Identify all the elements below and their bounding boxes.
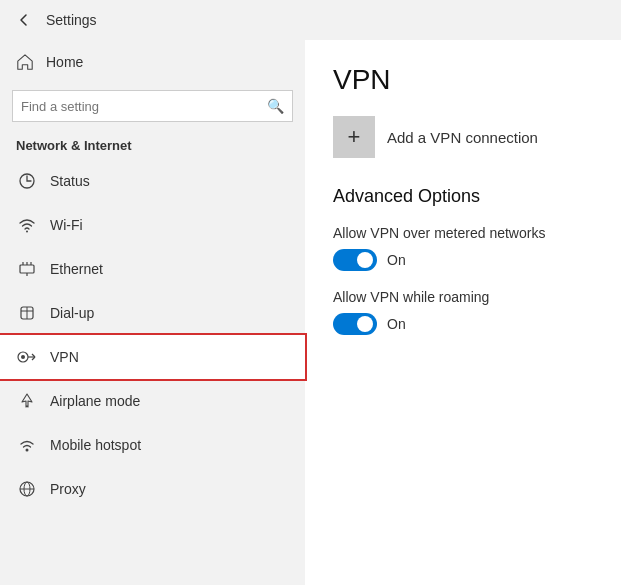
toggle-metered-label: Allow VPN over metered networks (333, 225, 593, 241)
ethernet-icon (16, 258, 38, 280)
svg-point-1 (26, 231, 28, 233)
sidebar-item-ethernet[interactable]: Ethernet (0, 247, 305, 291)
toggle-roaming-switch[interactable] (333, 313, 377, 335)
back-button[interactable] (12, 8, 36, 32)
sidebar-item-status-label: Status (50, 173, 90, 189)
add-vpn-label: Add a VPN connection (387, 129, 538, 146)
sidebar-item-vpn-label: VPN (50, 349, 79, 365)
title-bar: Settings (0, 0, 621, 40)
advanced-options-heading: Advanced Options (333, 186, 593, 207)
add-vpn-plus-icon: + (333, 116, 375, 158)
home-label: Home (46, 54, 83, 70)
search-icon: 🔍 (267, 98, 284, 114)
sidebar: Home 🔍 Network & Internet Status (0, 40, 305, 585)
dialup-icon (16, 302, 38, 324)
sidebar-item-dialup[interactable]: Dial-up (0, 291, 305, 335)
toggle-roaming-state: On (387, 316, 406, 332)
add-vpn-button[interactable]: + Add a VPN connection (333, 116, 593, 158)
toggle-metered-state: On (387, 252, 406, 268)
toggle-metered-row: Allow VPN over metered networks On (333, 225, 593, 271)
svg-point-15 (26, 449, 29, 452)
svg-rect-2 (20, 265, 34, 273)
search-input[interactable] (21, 99, 267, 114)
main-layout: Home 🔍 Network & Internet Status (0, 40, 621, 585)
sidebar-item-hotspot[interactable]: Mobile hotspot (0, 423, 305, 467)
content-area: VPN + Add a VPN connection Advanced Opti… (305, 40, 621, 585)
sidebar-item-ethernet-label: Ethernet (50, 261, 103, 277)
svg-point-14 (21, 355, 25, 359)
sidebar-item-vpn[interactable]: VPN (0, 335, 305, 379)
sidebar-item-airplane[interactable]: Airplane mode (0, 379, 305, 423)
sidebar-item-proxy-label: Proxy (50, 481, 86, 497)
sidebar-item-wifi[interactable]: Wi-Fi (0, 203, 305, 247)
sidebar-item-airplane-label: Airplane mode (50, 393, 140, 409)
toggle-metered-switch[interactable] (333, 249, 377, 271)
toggle-roaming-row: Allow VPN while roaming On (333, 289, 593, 335)
wifi-icon (16, 214, 38, 236)
status-icon (16, 170, 38, 192)
title-bar-title: Settings (46, 12, 97, 28)
section-heading: Network & Internet (0, 132, 305, 159)
sidebar-item-proxy[interactable]: Proxy (0, 467, 305, 511)
sidebar-item-status[interactable]: Status (0, 159, 305, 203)
toggle-metered-group: On (333, 249, 593, 271)
sidebar-item-dialup-label: Dial-up (50, 305, 94, 321)
sidebar-item-hotspot-label: Mobile hotspot (50, 437, 141, 453)
toggle-roaming-label: Allow VPN while roaming (333, 289, 593, 305)
sidebar-item-home[interactable]: Home (0, 40, 305, 84)
home-icon (16, 53, 34, 71)
vpn-icon (16, 346, 38, 368)
search-box[interactable]: 🔍 (12, 90, 293, 122)
page-title: VPN (333, 64, 593, 96)
hotspot-icon (16, 434, 38, 456)
proxy-icon (16, 478, 38, 500)
sidebar-item-wifi-label: Wi-Fi (50, 217, 83, 233)
toggle-roaming-group: On (333, 313, 593, 335)
airplane-icon (16, 390, 38, 412)
